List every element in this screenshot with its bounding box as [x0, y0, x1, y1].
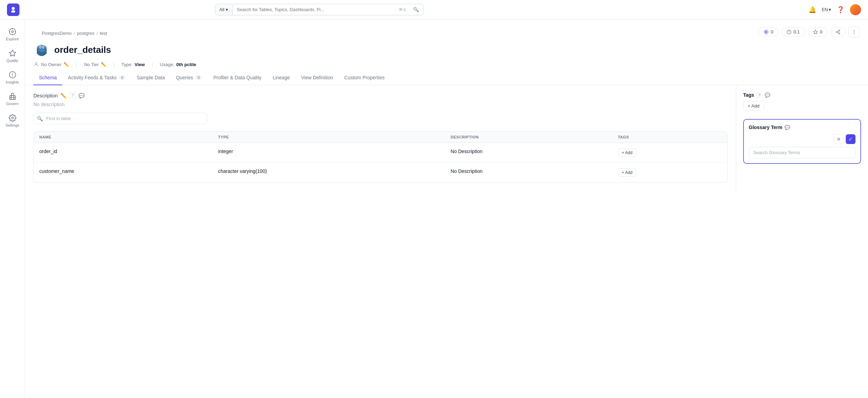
svg-point-0 [11, 7, 15, 10]
tags-section-title: Tags ? 💬 [743, 92, 861, 98]
search-submit-button[interactable]: 🔍 [409, 4, 423, 15]
tab-activity[interactable]: Activity Feeds & Tasks 0 [62, 71, 131, 85]
global-search-bar: All ▾ ⌘ K 🔍 [215, 4, 424, 15]
tab-custom-properties[interactable]: Custom Properties [339, 71, 390, 85]
user-avatar[interactable] [850, 4, 861, 15]
description-header: Description ✏️ ? 💬 [33, 92, 728, 99]
col-header-description: DESCRIPTION [445, 132, 612, 143]
follows-count[interactable]: 0 [758, 27, 778, 37]
help-icon[interactable]: ❓ [837, 6, 844, 14]
sidebar-item-explore-label: Explore [6, 37, 19, 41]
sidebar: Explore Quality Insights Gove [0, 19, 25, 398]
svg-marker-21 [813, 30, 818, 34]
col-customer-name-desc: No Description [445, 163, 612, 183]
search-kbd-hint: ⌘ K [396, 6, 409, 13]
page-header: order_details [25, 40, 868, 58]
svg-point-2 [9, 29, 15, 35]
col-customer-name-type: character varying(100) [212, 163, 445, 183]
schema-table: NAME TYPE DESCRIPTION TAGS order_id inte… [33, 131, 728, 183]
tags-chat-icon[interactable]: 💬 [765, 93, 770, 98]
sidebar-item-govern[interactable]: Govern [1, 90, 24, 109]
sidebar-item-insights-label: Insights [6, 80, 19, 84]
breadcrumb-test[interactable]: test [100, 31, 107, 36]
page-actions: 0 0.1 0 ⋮ [758, 26, 860, 38]
language-selector[interactable]: EN ▾ [822, 7, 831, 12]
tab-profiler[interactable]: Profiler & Data Quality [208, 71, 267, 85]
breadcrumb-postgres[interactable]: postgres [77, 31, 95, 36]
description-hint-icon[interactable]: ? [69, 92, 76, 99]
find-search-icon: 🔍 [37, 116, 43, 121]
meta-row: No Owner ✏️ | No Tier ✏️ | Type: View | … [25, 58, 868, 71]
glossary-confirm-button[interactable]: ✓ [846, 134, 855, 144]
notifications-icon[interactable]: 🔔 [809, 6, 816, 14]
svg-point-38 [35, 63, 37, 64]
main-content: PostgresDemo / postgres / test 0 0.1 0 [25, 19, 868, 398]
svg-line-26 [837, 31, 839, 31]
svg-rect-1 [11, 10, 15, 12]
right-panel: Tags ? 💬 + Add Glossary Term 💬 ✕ [736, 85, 868, 190]
svg-point-23 [836, 31, 838, 33]
breadcrumb-postgres-demo[interactable]: PostgresDemo [42, 31, 72, 36]
col-header-tags: TAGS [612, 132, 727, 143]
sidebar-item-explore[interactable]: Explore [1, 25, 24, 44]
table-row: customer_name character varying(100) No … [34, 163, 727, 183]
col-customer-name-name: customer_name [34, 163, 212, 183]
edit-owner-icon[interactable]: ✏️ [64, 62, 69, 67]
sidebar-item-quality-label: Quality [6, 58, 18, 63]
tabs: Schema Activity Feeds & Tasks 0 Sample D… [25, 71, 868, 85]
description-chat-icon[interactable]: 💬 [79, 93, 85, 98]
svg-point-22 [839, 30, 840, 31]
edit-description-icon[interactable]: ✏️ [61, 93, 66, 98]
table-icon [33, 41, 50, 58]
share-button[interactable] [830, 27, 846, 37]
tab-schema[interactable]: Schema [33, 71, 62, 85]
more-actions-button[interactable]: ⋮ [849, 26, 860, 38]
sidebar-item-quality[interactable]: Quality [1, 47, 24, 65]
glossary-search-input[interactable] [749, 147, 855, 158]
add-tag-customer-name-button[interactable]: + Add [618, 168, 636, 177]
svg-point-19 [765, 31, 767, 33]
add-tag-button[interactable]: + Add [743, 101, 764, 111]
sidebar-item-govern-label: Govern [6, 102, 18, 106]
search-type-dropdown[interactable]: All ▾ [215, 5, 233, 14]
col-order-id-tags: + Add [612, 143, 727, 163]
sidebar-item-settings[interactable]: Settings [1, 111, 24, 130]
svg-rect-16 [11, 93, 14, 96]
topnav-actions: 🔔 EN ▾ ❓ [809, 4, 861, 15]
no-description-text: No description [33, 102, 728, 107]
glossary-term-title: Glossary Term 💬 [749, 125, 855, 130]
tags-section: Tags ? 💬 + Add [743, 92, 861, 111]
svg-point-37 [43, 47, 44, 48]
tab-lineage[interactable]: Lineage [267, 71, 296, 85]
top-navigation: All ▾ ⌘ K 🔍 🔔 EN ▾ ❓ [0, 0, 868, 19]
sidebar-item-settings-label: Settings [6, 123, 19, 127]
svg-rect-33 [45, 48, 47, 54]
find-in-table-input[interactable] [33, 113, 207, 124]
col-order-id-type: integer [212, 143, 445, 163]
tab-queries[interactable]: Queries 0 [170, 71, 208, 85]
stars-count[interactable]: 0 [808, 27, 828, 37]
edit-tier-icon[interactable]: ✏️ [101, 62, 106, 67]
col-header-type: TYPE [212, 132, 445, 143]
col-order-id-name: order_id [34, 143, 212, 163]
app-logo[interactable] [7, 3, 19, 16]
glossary-close-button[interactable]: ✕ [834, 134, 844, 144]
sidebar-item-insights[interactable]: Insights [1, 68, 24, 87]
add-tag-order-id-button[interactable]: + Add [618, 149, 636, 157]
glossary-actions: ✕ ✓ [749, 134, 855, 144]
content-area: Description ✏️ ? 💬 No description 🔍 [25, 85, 868, 190]
tab-view-definition[interactable]: View Definition [296, 71, 339, 85]
recent-count[interactable]: 0.1 [781, 27, 805, 37]
owner-icon [33, 62, 39, 67]
svg-point-3 [11, 31, 14, 33]
tags-hint-icon[interactable]: ? [756, 92, 763, 98]
col-order-id-desc: No Description [445, 143, 612, 163]
svg-rect-32 [37, 48, 38, 54]
glossary-chat-icon[interactable]: 💬 [785, 125, 790, 130]
col-customer-name-tags: + Add [612, 163, 727, 183]
search-input[interactable] [233, 5, 396, 14]
breadcrumb: PostgresDemo / postgres / test [33, 25, 115, 39]
svg-point-11 [12, 76, 13, 76]
table-row: order_id integer No Description + Add [34, 143, 727, 163]
tab-sample-data[interactable]: Sample Data [131, 71, 170, 85]
